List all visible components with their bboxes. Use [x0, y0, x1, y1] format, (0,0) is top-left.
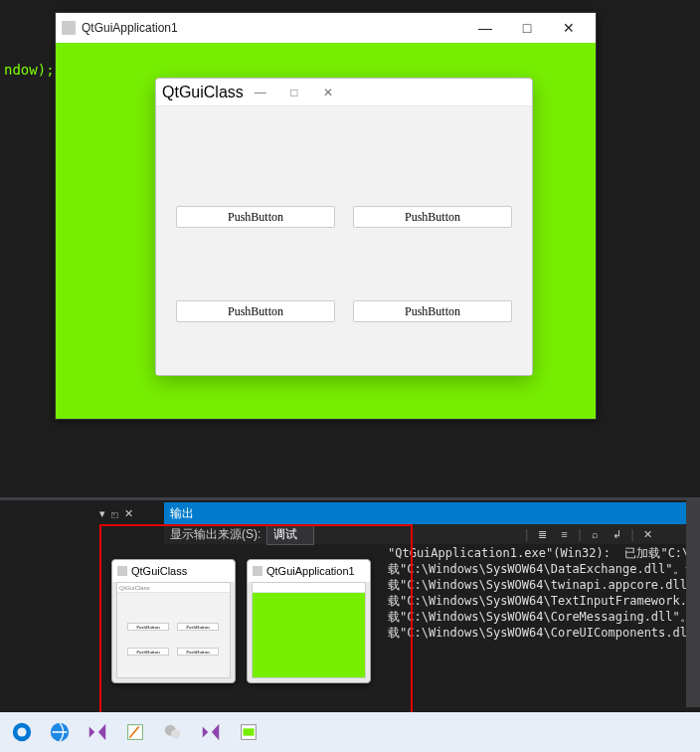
thumbnail-titlebar: QtGuiApplication1: [248, 560, 370, 582]
output-toolbar: 显示输出来源(S): 调试 | ≣ ≡ | ⌕ ↲ | ✕: [164, 524, 700, 544]
window-controls: — □ ✕: [244, 81, 345, 104]
svg-point-1: [17, 727, 26, 736]
wrap-icon[interactable]: ↲: [610, 526, 625, 542]
window-controls: — □ ✕: [464, 14, 590, 42]
outer-client-area: QtGuiClass — □ ✕ PushButton PushButton P…: [56, 43, 596, 419]
window-thumbnail-2[interactable]: QtGuiApplication1: [247, 559, 371, 683]
outer-window-title: QtGuiApplication1: [82, 21, 464, 35]
mini-push-button: PushButton: [127, 648, 169, 656]
thumbnail-titlebar: QtGuiClass: [112, 560, 235, 582]
svg-point-5: [171, 729, 180, 738]
pin-icon[interactable]: ⏍: [111, 508, 118, 520]
separator: |: [525, 527, 528, 541]
vertical-scrollbar[interactable]: [686, 500, 700, 707]
mini-push-button: PushButton: [177, 623, 219, 631]
svg-rect-7: [244, 728, 255, 735]
thumbnail-preview: QtGuiClass PushButton PushButton PushBut…: [116, 582, 231, 678]
output-tab-label: 输出: [170, 505, 194, 522]
clear-icon[interactable]: ≣: [534, 526, 550, 542]
taskbar-icon-wechat[interactable]: [155, 714, 191, 750]
push-button-1[interactable]: PushButton: [176, 206, 335, 228]
app-icon: [253, 566, 262, 576]
inner-client-area: PushButton PushButton PushButton PushBut…: [156, 106, 532, 375]
thumbnail-title: QtGuiApplication1: [266, 565, 355, 577]
taskbar-icon-notes[interactable]: [117, 714, 153, 750]
output-tab[interactable]: 输出: [164, 502, 700, 524]
outer-app-window[interactable]: QtGuiApplication1 — □ ✕ QtGuiClass — □ ✕…: [55, 12, 597, 420]
log-line: 载"C:\Windows\SysWOW64\CoreMessaging.dll"…: [388, 610, 700, 624]
output-log[interactable]: "QtGuiApplication1.exe"(Win32): 已加载"C:\W…: [388, 545, 700, 641]
log-line: 载"C:\Windows\SysWOW64\twinapi.appcore.dl…: [388, 578, 700, 592]
taskbar-icon-vs2[interactable]: [193, 714, 229, 750]
outer-titlebar[interactable]: QtGuiApplication1 — □ ✕: [56, 13, 596, 43]
maximize-button[interactable]: □: [506, 14, 548, 42]
panel-controls: ▾ ⏍ ✕: [99, 507, 133, 520]
push-button-2[interactable]: PushButton: [353, 206, 512, 228]
minimize-button[interactable]: —: [244, 81, 277, 104]
push-button-4[interactable]: PushButton: [353, 300, 512, 322]
separator: |: [578, 527, 581, 541]
taskbar[interactable]: [0, 712, 700, 752]
thumbnail-title: QtGuiClass: [131, 565, 187, 577]
log-line: 载"C:\Windows\SysWOW64\TextInputFramework…: [388, 594, 700, 608]
taskbar-icon-browser[interactable]: [42, 714, 78, 750]
ide-divider: [0, 497, 700, 500]
thumbnail-preview: [252, 582, 366, 678]
taskbar-icon-edge[interactable]: [4, 714, 40, 750]
app-icon: [117, 566, 127, 576]
close-button[interactable]: ✕: [311, 81, 345, 104]
app-icon: [62, 21, 76, 35]
mini-push-button: PushButton: [177, 648, 219, 656]
taskbar-icon-vs[interactable]: [80, 714, 115, 750]
output-source-label: 显示输出来源(S):: [170, 526, 261, 543]
close-panel-icon[interactable]: ✕: [124, 507, 133, 520]
output-source-dropdown[interactable]: 调试: [266, 524, 314, 545]
toggle-icon[interactable]: ≡: [556, 526, 572, 542]
inner-app-window[interactable]: QtGuiClass — □ ✕ PushButton PushButton P…: [155, 78, 533, 376]
close-button[interactable]: ✕: [548, 14, 590, 42]
inner-titlebar[interactable]: QtGuiClass — □ ✕: [156, 79, 532, 106]
log-line: 载"C:\Windows\SysWOW64\DataExchange.dll"。…: [388, 562, 700, 576]
code-fragment: ndow);: [0, 60, 59, 80]
inner-window-title: QtGuiClass: [162, 84, 244, 101]
push-button-3[interactable]: PushButton: [176, 300, 335, 322]
log-line: 载"C:\Windows\SysWOW64\CoreUIComponents.d…: [388, 626, 700, 640]
auto-hide-icon[interactable]: ▾: [99, 507, 105, 520]
mini-title: QtGuiClass: [119, 585, 150, 591]
separator: |: [631, 527, 634, 541]
log-line: "QtGuiApplication1.exe"(Win32): 已加载"C:\W…: [388, 546, 700, 560]
clear-all-icon[interactable]: ✕: [640, 526, 656, 542]
find-icon[interactable]: ⌕: [588, 526, 604, 542]
mini-push-button: PushButton: [127, 623, 169, 631]
window-thumbnail-1[interactable]: QtGuiClass QtGuiClass PushButton PushBut…: [111, 559, 236, 683]
maximize-button[interactable]: □: [277, 81, 311, 104]
taskbar-icon-app[interactable]: [231, 714, 266, 750]
minimize-button[interactable]: —: [464, 14, 506, 42]
